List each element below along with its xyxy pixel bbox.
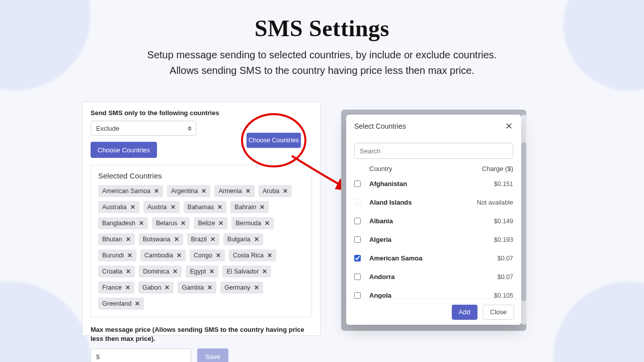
country-chip: Bahamas✕ [184,201,227,213]
max-price-input[interactable] [91,348,191,362]
remove-chip-icon[interactable]: ✕ [173,268,178,275]
remove-chip-icon[interactable]: ✕ [201,188,206,195]
country-name: Andorra [369,273,468,281]
remove-chip-icon[interactable]: ✕ [125,284,130,291]
save-button[interactable]: Save [197,348,228,362]
country-chip: Argentina✕ [167,185,211,197]
country-chip: Belarus✕ [152,217,190,229]
country-chip-label: Costa Rica [233,252,264,259]
max-price-label: Max message price (Allows sending SMS to… [91,325,312,343]
country-chip: Egypt✕ [186,265,218,278]
remove-chip-icon[interactable]: ✕ [127,252,132,259]
remove-chip-icon[interactable]: ✕ [130,204,135,211]
country-chip-label: Belarus [156,220,177,227]
page-description: Setup message sending to selected countr… [0,47,644,78]
country-chip-label: Brazil [191,236,207,243]
country-checkbox [354,199,361,206]
remove-chip-icon[interactable]: ✕ [210,236,215,243]
country-chip-label: Dominica [143,268,169,275]
close-icon[interactable]: ✕ [504,122,513,131]
remove-chip-icon[interactable]: ✕ [217,204,222,211]
page-description-line: Allows sending SMS to the country having… [0,63,644,78]
remove-chip-icon[interactable]: ✕ [207,284,212,291]
remove-chip-icon[interactable]: ✕ [254,284,259,291]
annotation-circle [241,113,306,167]
remove-chip-icon[interactable]: ✕ [135,300,140,307]
choose-countries-button[interactable]: Choose Countries [91,142,157,158]
remove-chip-icon[interactable]: ✕ [254,236,259,243]
page-title: SMS Settings [0,15,644,42]
modal-title: Select Countries [354,122,406,130]
page-description-line: Setup message sending to selected countr… [0,47,644,63]
remove-chip-icon[interactable]: ✕ [216,252,221,259]
country-name: Albania [369,217,468,225]
country-chip: Austria✕ [143,201,180,213]
remove-chip-icon[interactable]: ✕ [283,188,288,195]
country-chip-label: Bahrain [234,204,256,211]
remove-chip-icon[interactable]: ✕ [246,188,251,195]
country-chip: Bhutan✕ [98,233,135,245]
country-checkbox[interactable] [354,180,361,187]
add-button[interactable]: Add [452,305,477,320]
remove-chip-icon[interactable]: ✕ [260,204,265,211]
country-chip-label: Croatia [102,268,122,275]
remove-chip-icon[interactable]: ✕ [218,220,223,227]
modal-scrollbar-thumb[interactable] [521,142,526,301]
country-chip-label: Belize [198,220,215,227]
country-row: Algeria$0.193 [354,230,513,249]
country-charge: $0.105 [468,292,513,299]
remove-chip-icon[interactable]: ✕ [126,236,131,243]
country-chip: Australia✕ [98,201,139,213]
country-chip-label: American Samoa [102,188,150,195]
country-row: Afghanistan$0.151 [354,174,513,193]
country-chip: Bulgaria✕ [223,233,263,245]
remove-chip-icon[interactable]: ✕ [154,188,159,195]
country-charge: $0.149 [468,218,513,225]
remove-chip-icon[interactable]: ✕ [126,268,131,275]
country-chip-label: Congo [194,252,212,259]
country-charge: Not available [468,199,513,206]
remove-chip-icon[interactable]: ✕ [177,252,182,259]
remove-chip-icon[interactable]: ✕ [209,268,214,275]
country-checkbox[interactable] [354,274,361,280]
country-checkbox[interactable] [354,255,361,261]
country-row: American Samoa$0.07 [354,249,513,267]
country-chip-label: Gambia [182,284,204,291]
country-chip-label: Gabon [142,284,162,291]
remove-chip-icon[interactable]: ✕ [262,268,267,275]
remove-chip-icon[interactable]: ✕ [171,204,176,211]
remove-chip-icon[interactable]: ✕ [165,284,170,291]
country-checkbox[interactable] [354,292,361,299]
mode-select[interactable]: Exclude [91,121,196,136]
country-chip: Aruba✕ [259,185,292,197]
country-chip: France✕ [98,282,134,294]
country-charge: $0.193 [468,236,513,243]
close-button[interactable]: Close [482,305,514,320]
country-table-header: Country Charge ($) [354,165,513,172]
country-chip: Greenland✕ [98,298,144,310]
modal-footer: Add Close [346,299,521,325]
country-chip: Costa Rica✕ [229,249,276,261]
country-chip: Belize✕ [194,217,227,229]
country-checkbox[interactable] [354,218,361,224]
selected-countries-heading: Selected Countries [98,171,304,180]
remove-chip-icon[interactable]: ✕ [265,220,270,227]
country-chip: Botswana✕ [139,233,183,245]
country-chip: Gambia✕ [178,282,216,294]
country-chip-label: Burundi [102,252,124,259]
country-table-rows: Afghanistan$0.151Aland IslandsNot availa… [354,174,513,299]
remove-chip-icon[interactable]: ✕ [139,220,144,227]
country-row: Albania$0.149 [354,212,513,230]
search-input[interactable] [354,143,513,159]
country-charge: $0.07 [468,255,513,262]
col-charge-header: Charge ($) [468,165,513,172]
remove-chip-icon[interactable]: ✕ [267,252,272,259]
modal-body: Country Charge ($) Afghanistan$0.151Alan… [346,138,521,299]
country-charge: $0.151 [468,180,513,188]
country-chip-label: Egypt [190,268,206,275]
country-name: Afghanistan [369,180,468,188]
country-checkbox[interactable] [354,236,361,243]
remove-chip-icon[interactable]: ✕ [174,236,179,243]
remove-chip-icon[interactable]: ✕ [181,220,186,227]
country-chip-label: Bahamas [188,204,214,211]
